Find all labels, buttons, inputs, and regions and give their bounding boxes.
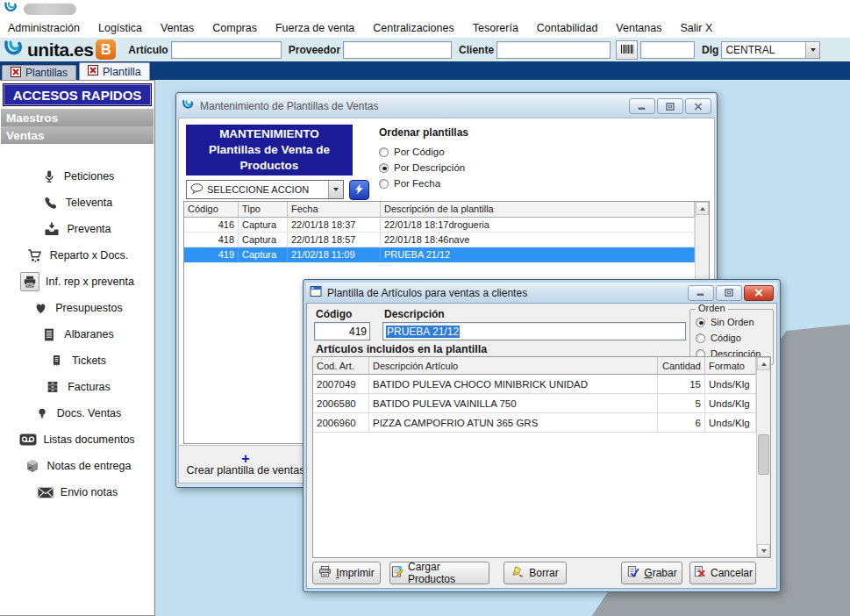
sidebar-item-televenta[interactable]: Televenta [0,190,154,216]
menu-item-compras[interactable]: Compras [212,22,257,34]
sidebar-item-peticiones[interactable]: Peticiones [0,163,154,190]
articulo-input[interactable] [171,41,282,59]
column-header[interactable]: Cod. Art. [313,357,369,375]
menu-item-contabilidad[interactable]: Contabilidad [537,22,598,34]
barcode-button[interactable] [616,40,638,60]
sidebar-item-label: Docs. Ventas [57,407,122,419]
execute-action-button[interactable] [349,180,369,200]
dialog-titlebar[interactable]: Plantilla de Artículos para ventas a cli… [306,283,777,303]
minimize-button[interactable] [688,285,714,301]
radio-ordenar-por-c-digo[interactable]: Por Código [379,144,468,160]
column-header[interactable]: Formato [705,357,756,375]
cancelar-button[interactable]: Cancelar [689,562,756,584]
imprimir-button[interactable]: Imprimir [312,562,381,584]
menu-item-ventanas[interactable]: Ventanas [616,22,661,34]
sidebar-item-albaranes[interactable]: Albaranes [0,321,154,347]
menu-item-tesorer-a[interactable]: Tesorería [473,22,518,34]
barcode-input[interactable] [640,41,695,59]
codigo-input[interactable] [314,322,370,340]
cliente-label: Cliente [459,44,494,56]
descripcion-input[interactable]: PRUEBA 21/12 [382,322,686,340]
delegation-select[interactable]: CENTRAL [721,41,820,59]
sidebar-section-ventas[interactable]: Ventas [1,126,154,144]
table-cell: 2006580 [313,394,369,412]
articles-scrollbar[interactable] [756,357,770,557]
table-cell: Captura [239,233,288,247]
column-header[interactable]: Cantidad [658,357,705,375]
close-tab-icon[interactable] [11,67,21,80]
maximize-button[interactable] [716,285,742,301]
grabar-button[interactable]: Grabar [621,562,682,584]
radio-ordenar-por-descripci-n[interactable]: Por Descripción [379,160,468,175]
scroll-down-icon[interactable] [757,544,770,557]
chevron-down-icon[interactable] [328,181,343,198]
proveedor-input[interactable] [343,41,452,59]
table-cell: 419 [184,247,239,261]
sidebar-item-tickets[interactable]: Tickets [0,347,154,374]
tab-plantillas[interactable]: Plantillas [2,65,76,80]
header-line: Plantillas de Venta de [186,142,353,158]
close-button[interactable] [685,98,711,114]
table-cell: 416 [184,218,239,232]
plantillas-table-header: Código Tipo Fecha Descripción de la plan… [184,202,695,218]
column-header[interactable]: Descripción de la plantilla [381,202,695,218]
sidebar-item-notas-de-entrega[interactable]: Notas de entrega [0,453,154,479]
radio-icon [696,318,705,327]
menu-item-salir-x[interactable]: Salir X [680,22,712,34]
menu-item-centralizaciones[interactable]: Centralizaciones [373,22,454,34]
blog-icon[interactable]: B [96,39,116,60]
sidebar-item-listas-documentos[interactable]: Listas documentos [0,426,154,453]
scrollbar-thumb[interactable] [758,434,769,475]
sidebar-item-reparto-x-docs[interactable]: Reparto x Docs. [0,242,154,269]
sidebar-item-envio-notas[interactable]: Envio notas [0,479,154,505]
menu-item-administraci-n[interactable]: Administración [8,22,80,34]
sidebar-item-inf-rep-x-preventa[interactable]: Inf. rep x preventa [0,269,154,295]
action-combobox[interactable]: SELECCIONE ACCION [186,180,344,199]
table-cell: 22/01/18 18:17drogueria [381,218,695,232]
sidebar-item-preventa[interactable]: Preventa [0,216,154,242]
table-cell: 5 [658,394,705,412]
button-label: Cargar Productos [408,561,489,585]
menu-item-log-stica[interactable]: Logística [98,22,142,34]
radio-orden-c-digo[interactable]: Código [696,331,773,345]
column-header[interactable]: Fecha [288,202,381,218]
table-cell: 418 [184,233,239,247]
header-line: MANTENIMIENTO [186,126,353,142]
radio-orden-sin-orden[interactable]: Sin Orden [696,315,773,329]
table-row[interactable]: 2006960PIZZA CAMPOFRIO ATUN 365 GRS6Unds… [313,413,756,433]
column-header[interactable]: Descripción Artículo [369,357,658,375]
close-button[interactable] [744,285,774,301]
sidebar-section-maestros[interactable]: Maestros [1,109,154,126]
column-header[interactable]: Código [184,202,239,218]
tab-plantilla[interactable]: Plantilla [79,62,150,80]
chevron-down-icon[interactable] [805,42,819,58]
menu-item-ventas[interactable]: Ventas [161,22,194,34]
close-tab-icon[interactable] [88,65,98,78]
maximize-button[interactable] [657,98,683,114]
sidebar-item-label: Presupuestos [55,302,122,314]
table-row[interactable]: 418Captura22/01/18 18:5722/01/18 18:46na… [184,233,695,247]
sidebar-item-label: Notas de entrega [47,460,132,472]
crear-plantilla-button[interactable]: + Crear plantilla de ventas [179,446,312,483]
cargar-productos-button[interactable]: Cargar Productos [389,562,489,584]
sidebar-item-docs-ventas[interactable]: Docs. Ventas [0,400,154,426]
menu-item-fuerza-de-venta[interactable]: Fuerza de venta [275,22,354,34]
lightning-icon [354,183,364,198]
scroll-up-icon[interactable] [696,202,709,215]
table-row[interactable]: 2006580BATIDO PULEVA VAINILLA 7505Unds/K… [313,394,756,413]
cliente-input[interactable] [496,41,611,59]
radio-label: Por Fecha [394,178,440,189]
radio-ordenar-por-fecha[interactable]: Por Fecha [379,175,468,191]
borrar-button[interactable]: Borrar [504,562,567,584]
sidebar-item-label: Facturas [68,381,111,393]
main-window-titlebar[interactable]: Mantenimiento de Plantillas de Ventas [178,95,715,118]
sidebar-item-facturas[interactable]: Facturas [0,374,154,400]
sidebar-item-label: Reparto x Docs. [50,249,129,261]
scroll-up-icon[interactable] [757,357,770,370]
table-row[interactable]: 419Captura21/02/18 11:09PRUEBA 21/12 [184,247,695,262]
column-header[interactable]: Tipo [239,202,288,218]
table-row[interactable]: 416Captura22/01/18 18:3722/01/18 18:17dr… [184,218,695,233]
sidebar-item-presupuestos[interactable]: Presupuestos [0,295,154,321]
minimize-button[interactable] [629,98,655,114]
table-row[interactable]: 2007049BATIDO PULEVA CHOCO MINIBRICK UNI… [313,375,756,394]
